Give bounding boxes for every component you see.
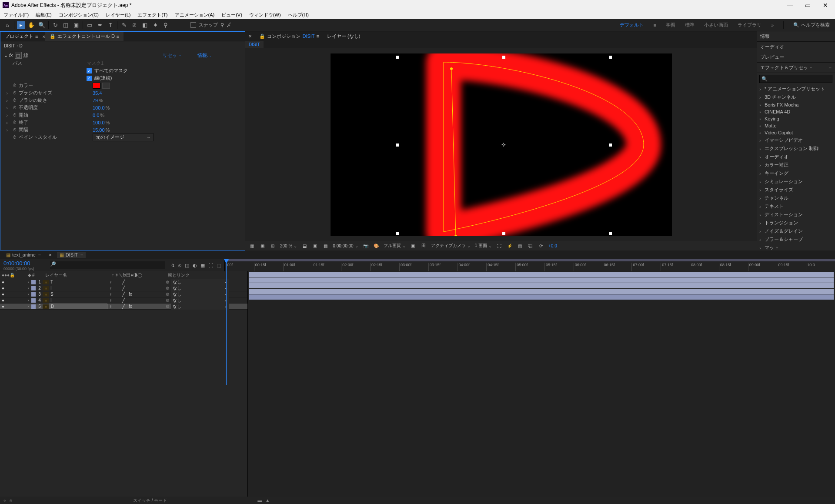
switch-mode-button[interactable]: スイッチ / モード: [133, 497, 167, 504]
ruler-tick[interactable]: 05:15f: [544, 263, 574, 271]
layer-duration-bar[interactable]: [249, 283, 834, 288]
label-color-swatch[interactable]: [31, 286, 36, 290]
disclosure-icon[interactable]: ›: [26, 292, 30, 297]
disclosure-icon[interactable]: ›: [759, 116, 763, 121]
disclosure-icon[interactable]: ›: [759, 196, 763, 201]
disclosure-icon[interactable]: ›: [759, 95, 763, 100]
playhead[interactable]: [226, 259, 227, 385]
3d-view-icon[interactable]: 田: [421, 243, 427, 249]
snap-options-icon[interactable]: ⚲: [220, 22, 224, 28]
effects-category[interactable]: シミュレーション: [765, 178, 803, 185]
sidebar-section[interactable]: 情報: [757, 31, 835, 42]
panel-menu-icon[interactable]: ≡: [38, 252, 41, 257]
effects-category[interactable]: ディストーション: [765, 211, 803, 218]
close-tab-icon[interactable]: ×: [49, 252, 51, 257]
pickwhip-icon[interactable]: ⊚: [166, 304, 169, 309]
stopwatch-icon[interactable]: ⏱: [13, 113, 17, 117]
disclosure-icon[interactable]: ⌄: [4, 53, 7, 58]
panel-menu-icon[interactable]: ≡: [829, 65, 832, 70]
disclosure-icon[interactable]: ›: [759, 179, 763, 184]
time-dropdown[interactable]: 0:00:00:00: [333, 244, 358, 248]
disclosure-icon[interactable]: ›: [759, 146, 763, 151]
workspace-menu-icon[interactable]: ≡: [653, 23, 656, 28]
effects-category[interactable]: Boris FX Mocha: [765, 102, 798, 107]
effects-category[interactable]: イマーシブビデオ: [765, 137, 803, 144]
snapshot-icon[interactable]: 📷: [363, 244, 369, 248]
layer-duration-bar[interactable]: [249, 294, 834, 300]
camera-dropdown[interactable]: アクティブカメラ: [431, 243, 471, 249]
ruler-tick[interactable]: 00:15f: [254, 263, 283, 271]
expand-icon[interactable]: ⛶: [208, 263, 213, 268]
roto-tool-icon[interactable]: ✶: [151, 21, 159, 29]
effects-category[interactable]: Keying: [765, 116, 779, 121]
prop-value[interactable]: 100.0: [93, 120, 110, 125]
pan-camera-tool-icon[interactable]: ◫: [62, 21, 70, 29]
disclosure-icon[interactable]: ›: [759, 123, 763, 128]
layer-name[interactable]: S: [49, 292, 107, 297]
anchor-point-icon[interactable]: ✧: [501, 141, 506, 148]
menu-item[interactable]: ビュー(V): [220, 12, 244, 18]
toggle-switch-icon[interactable]: ⟐: [3, 498, 6, 503]
disclosure-icon[interactable]: ›: [5, 90, 9, 96]
layer-switches[interactable]: ♀╱fx: [107, 292, 164, 297]
reset-exposure-icon[interactable]: ⟳: [538, 244, 544, 248]
parent-dropdown[interactable]: なし: [171, 285, 229, 291]
visibility-toggle-icon[interactable]: ●: [0, 286, 6, 290]
views-dropdown[interactable]: 1 画面: [475, 243, 492, 249]
effects-category[interactable]: Video Copilot: [765, 130, 793, 135]
effects-presets-header[interactable]: エフェクト＆プリセット≡: [757, 63, 835, 73]
dolly-tool-icon[interactable]: ▣: [72, 21, 80, 29]
timeline-search-input[interactable]: 🔎: [50, 261, 165, 269]
menu-item[interactable]: レイヤー(L): [104, 12, 132, 18]
effects-category[interactable]: オーディオ: [765, 154, 788, 160]
stopwatch-icon[interactable]: ⏱: [13, 98, 17, 103]
disclosure-icon[interactable]: ›: [759, 138, 763, 143]
workspace-tab[interactable]: デフォルト: [620, 22, 644, 28]
stopwatch-icon[interactable]: ⏱: [13, 90, 17, 95]
brush-tool-icon[interactable]: ✎: [120, 21, 128, 29]
composition-viewer[interactable]: ✧: [245, 48, 757, 241]
stopwatch-icon[interactable]: ⏱: [13, 105, 17, 110]
layer-switches[interactable]: ♀╱fx: [107, 304, 164, 309]
menu-item[interactable]: ファイル(F): [2, 12, 30, 18]
disclosure-icon[interactable]: ›: [26, 280, 30, 284]
workspace-more-icon[interactable]: »: [771, 23, 774, 28]
layer-duration-bar[interactable]: [249, 277, 834, 283]
ruler-tick[interactable]: 06:00f: [574, 263, 603, 271]
disclosure-icon[interactable]: ›: [759, 109, 763, 114]
workspace-tab[interactable]: 学習: [666, 22, 675, 28]
timeline-tab[interactable]: DISIT: [66, 252, 78, 257]
ruler-tick[interactable]: 04:15f: [486, 263, 515, 271]
effects-category[interactable]: スタイライズ: [765, 187, 793, 193]
pickwhip-icon[interactable]: ⊚: [166, 298, 169, 303]
effects-category[interactable]: トランジション: [765, 220, 798, 226]
disclosure-icon[interactable]: ›: [759, 130, 763, 135]
quality-dropdown[interactable]: フル画質: [384, 243, 406, 249]
graph-editor-icon[interactable]: ↯: [171, 263, 175, 268]
workspace-tab[interactable]: ライブラリ: [738, 22, 762, 28]
layer-switches[interactable]: ♀╱: [107, 280, 164, 284]
visibility-toggle-icon[interactable]: ●: [0, 304, 6, 309]
visibility-toggle-icon[interactable]: ●: [0, 280, 6, 284]
disclosure-icon[interactable]: ›: [759, 154, 763, 160]
disclosure-icon[interactable]: ›: [759, 220, 763, 226]
pickwhip-icon[interactable]: ⊚: [166, 292, 169, 297]
ruler-tick[interactable]: 03:00f: [399, 263, 428, 271]
disclosure-icon[interactable]: ›: [26, 286, 30, 290]
parent-dropdown[interactable]: なし: [171, 297, 229, 304]
visibility-toggle-icon[interactable]: ●: [0, 292, 6, 297]
prop-value[interactable]: 79: [93, 98, 103, 103]
window-maximize-button[interactable]: ▭: [805, 2, 811, 9]
frame-blend-icon[interactable]: ◫: [185, 263, 189, 268]
sidebar-section[interactable]: オーディオ: [757, 42, 835, 52]
work-area-bar[interactable]: [225, 259, 835, 261]
selection-tool-icon[interactable]: ▸: [17, 21, 25, 29]
menu-item[interactable]: 編集(E): [34, 12, 53, 18]
ruler-tick[interactable]: 02:00f: [341, 263, 370, 271]
home-icon[interactable]: ⌂: [3, 21, 11, 29]
layer-name[interactable]: T: [49, 280, 107, 284]
ruler-tick[interactable]: 07:00f: [631, 263, 661, 271]
ruler-tick[interactable]: 05:00f: [515, 263, 544, 271]
effects-category[interactable]: カラー補正: [765, 162, 788, 168]
disclosure-icon[interactable]: ›: [759, 245, 763, 250]
